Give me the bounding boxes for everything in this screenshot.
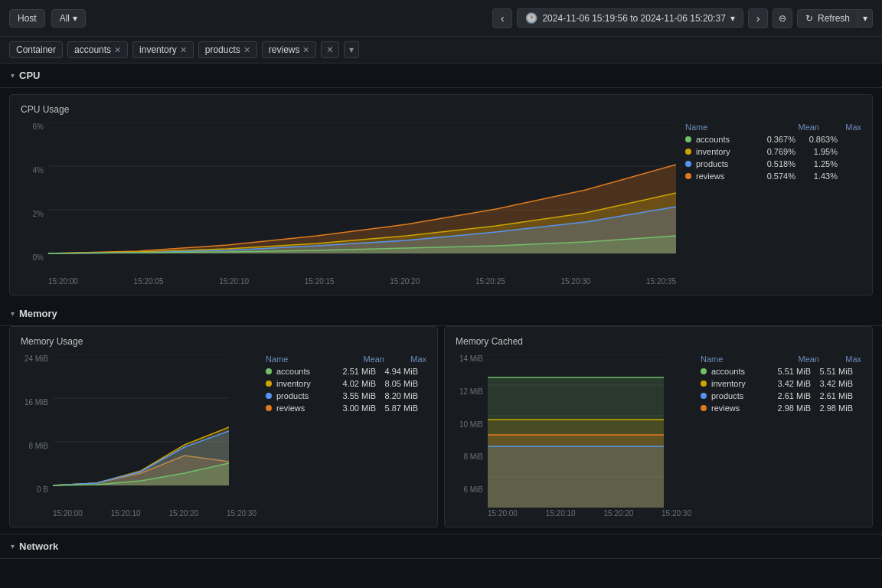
memc-legend-name-h: Name <box>701 354 769 364</box>
cpu-legend: Name Mean Max accounts 0.367% 0.863% inv… <box>685 122 861 184</box>
cpu-chart-title: CPU Usage <box>21 104 861 115</box>
memory-cached-card: Memory Cached 14 MiB 12 MiB 10 MiB 8 MiB… <box>444 326 873 528</box>
memc-mean-inventory: 3.42 MiB <box>765 379 811 388</box>
memc-mean-accounts: 5.51 MiB <box>765 367 811 376</box>
filter-tag-reviews-text: reviews <box>269 44 300 55</box>
filter-tag-inventory: inventory ✕ <box>132 41 194 58</box>
cpu-x-3: 15:20:15 <box>305 277 335 286</box>
memc-dot-reviews <box>701 405 707 411</box>
cpu-name-inventory: inventory <box>696 147 750 156</box>
memory-section-title: Memory <box>19 308 57 319</box>
cpu-legend-mean-header: Mean <box>769 122 819 132</box>
filter-tag-reviews-remove[interactable]: ✕ <box>302 45 309 55</box>
memc-dot-products <box>701 393 707 399</box>
refresh-label: Refresh <box>818 13 850 24</box>
cpu-legend-inventory: inventory 0.769% 1.95% <box>685 147 861 156</box>
refresh-button[interactable]: ↻ Refresh <box>797 9 858 28</box>
memu-max-reviews: 5.87 MiB <box>376 403 418 413</box>
clock-icon: 🕐 <box>525 12 537 24</box>
memu-dot-products <box>266 393 272 399</box>
cpu-dot-products <box>685 161 691 167</box>
next-arrow[interactable]: › <box>748 8 768 28</box>
memu-x-1: 15:20:10 <box>111 509 141 518</box>
memc-legend-inventory: inventory 3.42 MiB 3.42 MiB <box>701 379 861 388</box>
host-button[interactable]: Host <box>9 9 45 28</box>
mem-y-0: 0 B <box>37 485 48 494</box>
memu-name-products: products <box>276 391 330 400</box>
cpu-dot-inventory <box>685 149 691 155</box>
memu-dot-reviews <box>266 405 272 411</box>
memory-charts-row: Memory Usage 24 MiB 16 MiB 8 MiB 0 B <box>9 326 873 528</box>
memory-section-header[interactable]: ▾ Memory <box>0 302 882 326</box>
memu-legend-max-h: Max <box>384 354 426 364</box>
memu-legend-reviews: reviews 3.00 MiB 5.87 MiB <box>266 403 426 413</box>
cpu-chevron-icon: ▾ <box>11 71 15 80</box>
memu-legend-inventory: inventory 4.02 MiB 8.05 MiB <box>266 379 426 388</box>
memory-usage-svg <box>53 354 229 508</box>
top-bar: Host All ▾ ‹ 🕐 2024-11-06 15:19:56 to 20… <box>0 0 882 37</box>
memc-legend-mean-h: Mean <box>769 354 819 364</box>
memc-max-reviews: 2.98 MiB <box>811 403 853 413</box>
cpu-svg-wrapper: 15:20:00 15:20:05 15:20:10 15:20:15 15:2… <box>48 122 676 286</box>
add-filter-button[interactable]: ▾ <box>344 41 359 58</box>
all-dropdown[interactable]: All ▾ <box>51 9 86 28</box>
memory-cached-title: Memory Cached <box>456 336 861 347</box>
memory-usage-title: Memory Usage <box>21 336 426 347</box>
network-section-title: Network <box>19 541 58 552</box>
memc-x-3: 15:20:30 <box>662 509 691 518</box>
cpu-section-header[interactable]: ▾ CPU <box>0 64 882 88</box>
memc-mean-products: 2.61 MiB <box>765 391 811 400</box>
cpu-name-reviews: reviews <box>696 172 750 181</box>
memc-y-8: 8 MiB <box>463 452 483 461</box>
refresh-dropdown[interactable]: ▾ <box>858 9 873 28</box>
memc-dot-inventory <box>701 381 707 387</box>
cpu-mean-inventory: 0.769% <box>750 147 795 156</box>
memu-mean-accounts: 2.51 MiB <box>330 367 376 376</box>
memu-x-0: 15:20:00 <box>53 509 83 518</box>
cpu-mean-reviews: 0.574% <box>750 172 795 181</box>
memc-legend-reviews: reviews 2.98 MiB 2.98 MiB <box>701 403 861 413</box>
memu-name-accounts: accounts <box>276 367 330 376</box>
cpu-chart-with-legend: 6% 4% 2% 0% <box>21 122 861 286</box>
time-range-picker[interactable]: 🕐 2024-11-06 15:19:56 to 2024-11-06 15:2… <box>517 8 743 28</box>
memc-legend-accounts: accounts 5.51 MiB 5.51 MiB <box>701 367 861 376</box>
memu-x-3: 15:20:30 <box>227 509 256 518</box>
cpu-max-accounts: 0.863% <box>795 135 838 144</box>
cpu-x-4: 15:20:20 <box>390 277 420 286</box>
cpu-legend-header: Name Mean Max <box>685 122 861 132</box>
cpu-dot-accounts <box>685 136 691 142</box>
memc-mean-reviews: 2.98 MiB <box>765 403 811 413</box>
cpu-legend-accounts: accounts 0.367% 0.863% <box>685 135 861 144</box>
cpu-dot-reviews <box>685 173 691 179</box>
zoom-out-button[interactable]: ⊖ <box>773 8 792 28</box>
dropdown-chevron-icon: ▾ <box>73 13 77 24</box>
clear-filters-button[interactable]: ✕ <box>321 41 339 58</box>
memu-max-products: 8.20 MiB <box>376 391 418 400</box>
memory-section: ▾ Memory Memory Usage 24 MiB 16 MiB 8 Mi… <box>0 302 882 528</box>
time-range-chevron-icon: ▾ <box>730 13 735 24</box>
memory-cached-svg-wrap: 15:20:00 15:20:10 15:20:20 15:20:30 <box>488 354 691 518</box>
memc-legend-max-h: Max <box>819 354 861 364</box>
cpu-legend-products: products 0.518% 1.25% <box>685 159 861 168</box>
cpu-max-inventory: 1.95% <box>795 147 838 156</box>
filter-tag-accounts-remove[interactable]: ✕ <box>114 45 121 55</box>
refresh-group: ↻ Refresh ▾ <box>797 9 873 28</box>
memory-usage-svg-wrap: 15:20:00 15:20:10 15:20:20 15:20:30 <box>53 354 256 518</box>
filter-tag-inventory-remove[interactable]: ✕ <box>180 45 187 55</box>
cpu-max-products: 1.25% <box>795 159 838 168</box>
memu-mean-reviews: 3.00 MiB <box>330 403 376 413</box>
cpu-name-accounts: accounts <box>696 135 750 144</box>
filter-tag-products-remove[interactable]: ✕ <box>243 45 250 55</box>
cpu-x-0: 15:20:00 <box>48 277 78 286</box>
memu-legend-accounts: accounts 2.51 MiB 4.94 MiB <box>266 367 426 376</box>
memc-y-12: 12 MiB <box>459 387 483 396</box>
prev-arrow[interactable]: ‹ <box>492 8 512 28</box>
memc-dot-accounts <box>701 368 707 374</box>
memu-legend-name-h: Name <box>266 354 335 364</box>
network-section-header[interactable]: ▾ Network <box>0 534 882 559</box>
mem-y-16: 16 MiB <box>24 398 48 407</box>
cpu-y-4: 4% <box>33 166 44 175</box>
memc-y-10: 10 MiB <box>459 420 483 429</box>
memu-dot-inventory <box>266 381 272 387</box>
memc-name-inventory: inventory <box>711 379 765 388</box>
